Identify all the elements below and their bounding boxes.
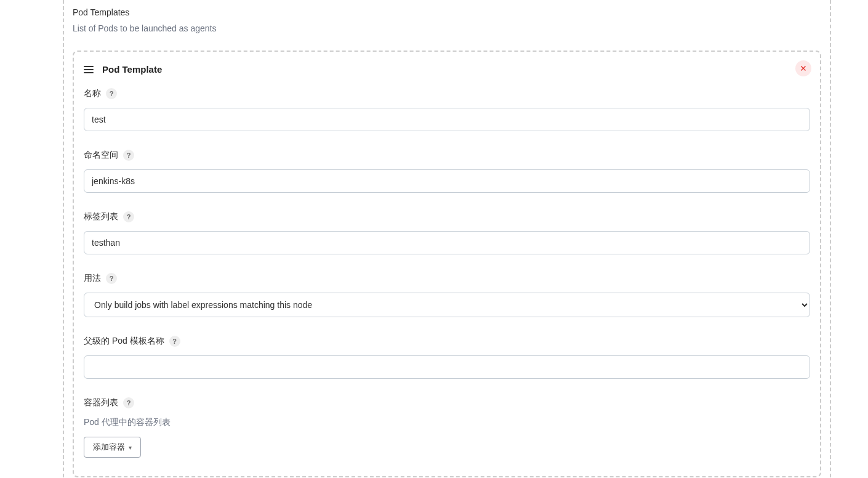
pod-templates-section: Pod Templates List of Pods to be launche…	[63, 0, 831, 478]
pod-template-box: Pod Template ✕ 名称 ? 命名空间 ? 标签列表 ?	[73, 51, 821, 477]
help-icon[interactable]: ?	[123, 150, 134, 161]
section-title: Pod Templates	[73, 7, 821, 17]
drag-handle-icon[interactable]	[84, 66, 94, 73]
field-usage: 用法 ? Only build jobs with label expressi…	[84, 273, 810, 317]
help-icon[interactable]: ?	[106, 88, 117, 99]
namespace-input[interactable]	[84, 169, 810, 193]
parent-template-label: 父级的 Pod 模板名称	[84, 336, 164, 347]
pod-template-header: Pod Template	[84, 64, 810, 75]
close-icon[interactable]: ✕	[795, 60, 811, 76]
help-icon[interactable]: ?	[106, 273, 117, 284]
add-container-label: 添加容器	[93, 442, 125, 453]
field-parent-template: 父级的 Pod 模板名称 ?	[84, 336, 810, 379]
usage-select[interactable]: Only build jobs with label expressions m…	[84, 293, 810, 317]
labels-input[interactable]	[84, 231, 810, 254]
labels-label: 标签列表	[84, 211, 118, 222]
field-name: 名称 ?	[84, 88, 810, 131]
name-label: 名称	[84, 88, 101, 99]
parent-template-input[interactable]	[84, 355, 810, 379]
namespace-label: 命名空间	[84, 150, 118, 161]
field-labels: 标签列表 ?	[84, 211, 810, 254]
containers-description: Pod 代理中的容器列表	[84, 417, 810, 428]
help-icon[interactable]: ?	[123, 211, 134, 222]
help-icon[interactable]: ?	[169, 336, 180, 347]
name-input[interactable]	[84, 108, 810, 131]
add-container-button[interactable]: 添加容器 ▾	[84, 437, 141, 458]
field-containers: 容器列表 ? Pod 代理中的容器列表 添加容器 ▾	[84, 397, 810, 458]
section-description: List of Pods to be launched as agents	[73, 23, 821, 33]
field-namespace: 命名空间 ?	[84, 150, 810, 193]
usage-label: 用法	[84, 273, 101, 284]
containers-label: 容器列表	[84, 397, 118, 408]
help-icon[interactable]: ?	[123, 397, 134, 408]
pod-template-title: Pod Template	[102, 64, 162, 75]
caret-down-icon: ▾	[129, 444, 132, 451]
